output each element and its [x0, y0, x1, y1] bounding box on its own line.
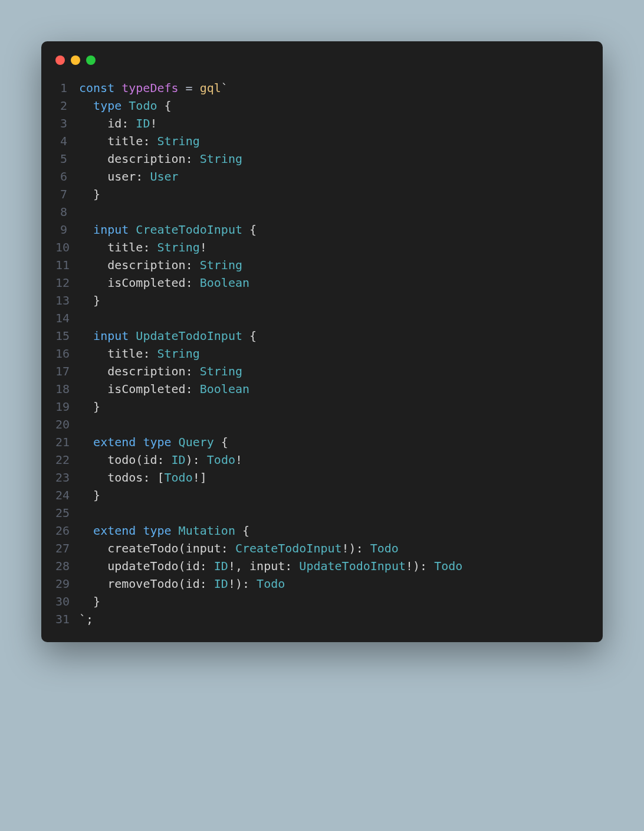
line-content: todos: [Todo!] — [79, 469, 589, 486]
line-content — [79, 416, 589, 433]
code-line: 30 } — [55, 593, 589, 610]
line-content: } — [79, 185, 589, 203]
line-content: user: User — [79, 168, 589, 185]
line-content: todo(id: ID): Todo! — [79, 451, 589, 469]
code-line: 27 createTodo(input: CreateTodoInput!): … — [55, 539, 589, 557]
close-icon[interactable] — [55, 55, 65, 65]
line-number: 26 — [55, 522, 79, 539]
code-line: 19 } — [55, 398, 589, 416]
line-number: 25 — [55, 504, 79, 522]
code-editor[interactable]: 1const typeDefs = gql`2 type Todo {3 id:… — [55, 79, 589, 628]
line-content: isCompleted: Boolean — [79, 274, 589, 292]
line-content: isCompleted: Boolean — [79, 380, 589, 398]
code-line: 29 removeTodo(id: ID!): Todo — [55, 575, 589, 593]
code-window: 1const typeDefs = gql`2 type Todo {3 id:… — [41, 41, 603, 642]
line-content: description: String — [79, 362, 589, 380]
line-number: 16 — [55, 345, 79, 362]
line-number: 6 — [55, 168, 79, 185]
code-line: 18 isCompleted: Boolean — [55, 380, 589, 398]
code-line: 15 input UpdateTodoInput { — [55, 327, 589, 345]
line-number: 4 — [55, 132, 79, 150]
code-line: 4 title: String — [55, 132, 589, 150]
line-content: title: String! — [79, 238, 589, 256]
line-number: 14 — [55, 309, 79, 327]
line-content: removeTodo(id: ID!): Todo — [79, 575, 589, 593]
code-line: 1const typeDefs = gql` — [55, 79, 589, 97]
line-number: 12 — [55, 274, 79, 292]
code-line: 14 — [55, 309, 589, 327]
code-line: 12 isCompleted: Boolean — [55, 274, 589, 292]
line-number: 8 — [55, 203, 79, 221]
line-number: 11 — [55, 256, 79, 274]
line-number: 20 — [55, 416, 79, 433]
code-line: 23 todos: [Todo!] — [55, 469, 589, 486]
line-content: extend type Query { — [79, 433, 589, 451]
code-line: 10 title: String! — [55, 238, 589, 256]
line-number: 13 — [55, 292, 79, 309]
code-line: 13 } — [55, 292, 589, 309]
line-number: 2 — [55, 97, 79, 114]
line-number: 27 — [55, 539, 79, 557]
line-number: 24 — [55, 486, 79, 504]
line-content: updateTodo(id: ID!, input: UpdateTodoInp… — [79, 557, 589, 575]
code-line: 22 todo(id: ID): Todo! — [55, 451, 589, 469]
line-content — [79, 309, 589, 327]
code-line: 6 user: User — [55, 168, 589, 185]
line-number: 1 — [55, 79, 79, 97]
code-line: 8 — [55, 203, 589, 221]
code-line: 26 extend type Mutation { — [55, 522, 589, 539]
line-number: 23 — [55, 469, 79, 486]
line-number: 19 — [55, 398, 79, 416]
line-content: description: String — [79, 256, 589, 274]
line-number: 30 — [55, 593, 79, 610]
line-content: description: String — [79, 150, 589, 168]
line-content — [79, 203, 589, 221]
line-number: 10 — [55, 238, 79, 256]
maximize-icon[interactable] — [86, 55, 96, 65]
line-content: createTodo(input: CreateTodoInput!): Tod… — [79, 539, 589, 557]
line-content: } — [79, 486, 589, 504]
code-line: 28 updateTodo(id: ID!, input: UpdateTodo… — [55, 557, 589, 575]
line-number: 15 — [55, 327, 79, 345]
line-number: 7 — [55, 185, 79, 203]
line-content — [79, 504, 589, 522]
code-line: 17 description: String — [55, 362, 589, 380]
line-content: `; — [79, 610, 589, 628]
line-content: extend type Mutation { — [79, 522, 589, 539]
line-content: title: String — [79, 132, 589, 150]
line-content: } — [79, 593, 589, 610]
line-content: } — [79, 398, 589, 416]
traffic-lights — [55, 55, 589, 65]
line-number: 3 — [55, 114, 79, 132]
code-line: 3 id: ID! — [55, 114, 589, 132]
code-line: 25 — [55, 504, 589, 522]
minimize-icon[interactable] — [71, 55, 80, 65]
code-line: 5 description: String — [55, 150, 589, 168]
line-number: 9 — [55, 221, 79, 238]
code-line: 24 } — [55, 486, 589, 504]
line-number: 18 — [55, 380, 79, 398]
line-number: 17 — [55, 362, 79, 380]
line-number: 31 — [55, 610, 79, 628]
line-content: id: ID! — [79, 114, 589, 132]
line-number: 29 — [55, 575, 79, 593]
line-content: title: String — [79, 345, 589, 362]
code-line: 16 title: String — [55, 345, 589, 362]
code-line: 2 type Todo { — [55, 97, 589, 114]
line-content: input UpdateTodoInput { — [79, 327, 589, 345]
code-line: 21 extend type Query { — [55, 433, 589, 451]
code-line: 20 — [55, 416, 589, 433]
line-number: 22 — [55, 451, 79, 469]
line-content: } — [79, 292, 589, 309]
line-number: 5 — [55, 150, 79, 168]
code-line: 31`; — [55, 610, 589, 628]
line-content: type Todo { — [79, 97, 589, 114]
code-line: 11 description: String — [55, 256, 589, 274]
line-number: 21 — [55, 433, 79, 451]
code-line: 9 input CreateTodoInput { — [55, 221, 589, 238]
code-line: 7 } — [55, 185, 589, 203]
line-number: 28 — [55, 557, 79, 575]
line-content: const typeDefs = gql` — [79, 79, 589, 97]
line-content: input CreateTodoInput { — [79, 221, 589, 238]
